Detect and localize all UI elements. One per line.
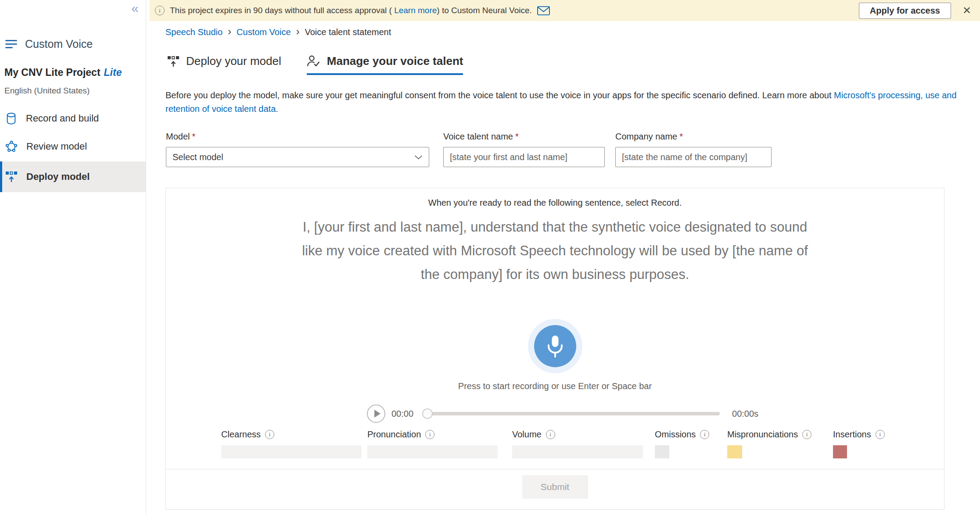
project-language: English (United States) (4, 86, 90, 96)
mail-icon (537, 6, 550, 15)
tab-label: Deploy your model (186, 54, 281, 68)
card-divider (166, 469, 944, 469)
voice-talent-name-label-text: Voice talent name (443, 132, 513, 141)
sidebar-item-review-model[interactable]: Review model (0, 134, 146, 159)
duration: 00:00s (732, 409, 758, 419)
sidebar-title-row: Custom Voice (5, 38, 93, 50)
voice-talent-name-label: Voice talent name* (443, 132, 605, 142)
play-icon (374, 410, 381, 418)
metric-label: Insertions (833, 429, 871, 440)
submit-button[interactable]: Submit (522, 475, 588, 499)
metric-pronunciation: Pronunciation i (367, 429, 498, 458)
required-asterisk: * (679, 132, 683, 141)
info-icon[interactable]: i (876, 430, 885, 439)
sidebar-item-label: Deploy model (26, 171, 90, 182)
tab-deploy-your-model[interactable]: Deploy your model (167, 54, 281, 75)
deploy-icon (167, 55, 179, 68)
app-root: « Custom Voice My CNV Lite ProjectLite E… (0, 0, 980, 515)
chevron-right-icon: › (296, 26, 300, 38)
voice-talent-name-input[interactable] (443, 147, 605, 167)
menu-icon[interactable] (5, 38, 17, 50)
metric-omissions: Omissions i (655, 429, 709, 458)
sidebar: « Custom Voice My CNV Lite ProjectLite E… (0, 0, 146, 515)
metric-mispronunciations: Mispronunciations i (727, 429, 811, 458)
model-label: Model* (166, 132, 429, 142)
banner-text: This project expires in 90 days without … (170, 6, 532, 15)
collapse-sidebar-icon[interactable]: « (131, 1, 139, 16)
mic-halo (528, 319, 582, 373)
sidebar-item-label: Review model (26, 141, 87, 152)
metric-label: Clearness (221, 429, 261, 440)
current-time: 00:00 (391, 409, 413, 419)
tab-manage-your-voice-talent[interactable]: Manage your voice talent (307, 54, 463, 75)
model-select[interactable]: Select model (166, 147, 429, 167)
audio-player: 00:00 00:00s (367, 404, 758, 423)
company-name-input[interactable] (615, 147, 772, 167)
recording-instruction: When you're ready to read the following … (166, 198, 944, 208)
metric-volume: Volume i (512, 429, 643, 458)
sidebar-item-deploy-model[interactable]: Deploy model (0, 161, 146, 192)
sidebar-item-record-and-build[interactable]: Record and build (0, 106, 146, 131)
sidebar-title: Custom Voice (25, 38, 93, 50)
banner-text-after: ) to Custom Neural Voice. (437, 6, 531, 15)
project-name-row: My CNV Lite ProjectLite (4, 67, 122, 79)
info-icon[interactable]: i (425, 430, 434, 439)
record-hint: Press to start recording or use Enter or… (166, 381, 944, 391)
metric-insertions: Insertions i (833, 429, 885, 458)
model-label-text: Model (166, 132, 190, 141)
seek-slider[interactable] (423, 404, 720, 423)
info-icon[interactable]: i (802, 430, 811, 439)
breadcrumb-current-page: Voice talent statement (305, 27, 391, 37)
breadcrumb-link-custom-voice[interactable]: Custom Voice (237, 27, 291, 37)
metric-label: Volume (512, 429, 542, 440)
learn-more-link[interactable]: Learn more (394, 6, 437, 15)
mispronunciations-indicator (727, 445, 742, 458)
play-button[interactable] (367, 404, 385, 423)
chevron-down-icon (414, 155, 423, 160)
metric-label: Mispronunciations (727, 429, 798, 440)
info-icon: i (155, 6, 165, 15)
company-name-label: Company name* (615, 132, 772, 142)
model-network-icon (5, 140, 18, 153)
microphone-icon (546, 334, 565, 358)
info-icon[interactable]: i (265, 430, 274, 439)
voice-talent-name-field-group: Voice talent name* (443, 132, 605, 167)
database-icon (5, 112, 17, 125)
expiry-banner: i This project expires in 90 days withou… (150, 0, 980, 21)
model-field-group: Model* Select model (166, 132, 429, 167)
info-icon[interactable]: i (546, 430, 555, 439)
omissions-indicator (655, 445, 669, 458)
slider-track (423, 412, 720, 415)
recording-card: When you're ready to read the following … (165, 188, 944, 510)
banner-text-before: This project expires in 90 days without … (170, 6, 394, 15)
tab-label: Manage your voice talent (327, 54, 463, 68)
voice-talent-statement-text: I, [your first and last name], understan… (301, 215, 810, 286)
clearness-bar (221, 445, 362, 458)
person-check-icon (307, 55, 320, 68)
record-button[interactable] (534, 325, 576, 367)
metric-clearness: Clearness i (221, 429, 362, 458)
breadcrumb: Speech Studio › Custom Voice › Voice tal… (165, 26, 391, 38)
apply-for-access-button[interactable]: Apply for access (859, 3, 951, 19)
deploy-icon (5, 171, 18, 183)
close-banner-icon[interactable]: ✕ (962, 5, 971, 16)
breadcrumb-link-speech-studio[interactable]: Speech Studio (165, 27, 223, 37)
metric-label: Pronunciation (367, 429, 421, 440)
model-select-value: Select model (172, 152, 223, 162)
volume-bar (512, 445, 643, 458)
main-content: i This project expires in 90 days withou… (146, 0, 980, 515)
pronunciation-bar (367, 445, 498, 458)
sidebar-item-label: Record and build (26, 113, 99, 124)
page-description: Before you deploy the model, make sure y… (165, 89, 965, 116)
required-asterisk: * (515, 132, 519, 141)
company-name-label-text: Company name (615, 132, 677, 141)
info-icon[interactable]: i (700, 430, 709, 439)
project-name: My CNV Lite Project (4, 67, 101, 78)
required-asterisk: * (192, 132, 195, 141)
chevron-right-icon: › (228, 26, 231, 38)
project-lite-badge: Lite (104, 67, 122, 78)
description-text: Before you deploy the model, make sure y… (165, 90, 834, 100)
company-name-field-group: Company name* (615, 132, 772, 167)
slider-thumb[interactable] (422, 408, 433, 419)
tab-bar: Deploy your model Manage your voice tale… (167, 54, 488, 75)
